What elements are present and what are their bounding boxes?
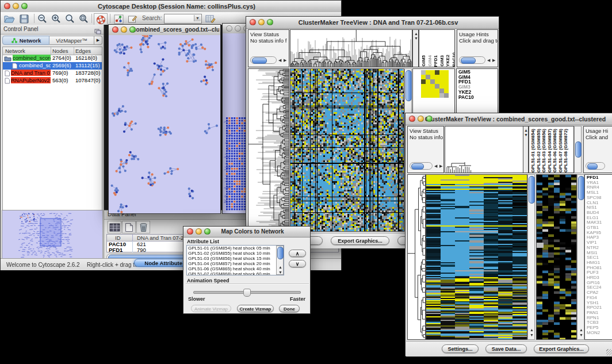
minimize-button[interactable] xyxy=(196,228,202,235)
network-row-rnapuber[interactable]: RNAPuberNov2+ 563(0) 107847(0) xyxy=(3,77,102,85)
scroll-thumb[interactable] xyxy=(575,141,582,158)
attribute-item[interactable]: GPL51-06 (GSM865) heat shock 40 min xyxy=(188,266,284,271)
zoom-matrix-cell[interactable] xyxy=(435,93,439,98)
column-label[interactable]: GPL51-03 (GSM856) xyxy=(541,129,547,173)
col-header-nodes[interactable]: Nodes xyxy=(52,48,68,54)
zoom-matrix-cell[interactable] xyxy=(421,75,426,79)
scroll-right-arrow[interactable]: ▶ xyxy=(284,58,286,62)
scroll-left-arrow[interactable]: ◀ xyxy=(278,58,281,62)
column-dendrogram-panel[interactable] xyxy=(290,29,412,67)
zoom-matrix-cell[interactable] xyxy=(439,79,444,84)
scroll-thumb[interactable] xyxy=(277,247,284,259)
annotation-button[interactable] xyxy=(126,13,139,25)
zoom-matrix-row[interactable] xyxy=(421,79,449,84)
zoom-matrix-cell[interactable] xyxy=(430,84,435,89)
column-label[interactable]: GPL51-01 (GSM854) xyxy=(530,129,536,173)
zoom-matrix-cell[interactable] xyxy=(421,70,426,75)
scroll-up-arrow[interactable]: ▲ xyxy=(579,328,583,332)
scroll-down-arrow[interactable]: ▼ xyxy=(530,333,534,337)
scroll-left-arrow[interactable]: ◀ xyxy=(434,164,437,168)
cytoscape-titlebar[interactable]: Cytoscape Desktop (Session Name: collins… xyxy=(1,1,341,13)
minimize-button[interactable] xyxy=(235,25,241,32)
list-vscrollbar[interactable]: ▲ ▼ xyxy=(276,246,284,275)
zoom-heatmap-panel[interactable] xyxy=(536,174,577,340)
zoom-fit-button[interactable] xyxy=(64,13,76,25)
zoom-matrix-cell[interactable] xyxy=(421,89,426,93)
zoom-matrix-row[interactable] xyxy=(421,70,449,75)
column-labels-panel[interactable]: GIM5GIM4PFD1GIM3YKE2PAC10 xyxy=(419,29,455,67)
zoom-matrix-cell[interactable] xyxy=(444,93,449,98)
column-dendrog​ram-canvas[interactable] xyxy=(445,127,523,173)
zoom-matrix-cell[interactable] xyxy=(421,79,426,84)
usage-hints-hscrollbar[interactable] xyxy=(586,162,605,170)
delete-attr-button[interactable] xyxy=(136,221,150,233)
attr-col-id[interactable]: ID xyxy=(115,235,121,241)
close-button[interactable] xyxy=(409,116,415,122)
column-scroll-strip[interactable]: ▲ ▼ xyxy=(523,126,529,173)
vizmapper-button[interactable] xyxy=(112,13,125,25)
scroll-up-arrow[interactable]: ▲ xyxy=(278,265,282,269)
scroll-right-arrow[interactable]: ▶ xyxy=(492,58,495,62)
col-header-network[interactable]: Network xyxy=(5,48,25,54)
zoom-matrix-cell[interactable] xyxy=(435,89,439,93)
minimize-button[interactable] xyxy=(121,26,127,33)
column-scroll-strip[interactable]: ▲ ▼ xyxy=(412,29,419,67)
scroll-up-arrow[interactable]: ▲ xyxy=(530,328,534,332)
search-dropdown-arrow[interactable]: ▼ xyxy=(194,15,201,21)
zoom-selected-button[interactable] xyxy=(78,13,90,25)
zoom-matrix-cell[interactable] xyxy=(435,75,439,79)
heatmap-panel[interactable] xyxy=(426,174,527,340)
speed-slider-track[interactable] xyxy=(193,291,301,294)
view-status-hscrollbar[interactable] xyxy=(410,162,433,170)
scroll-thumb[interactable] xyxy=(578,176,584,200)
attribute-item[interactable]: GPL51-04 (GSM857) heat shock 20 min xyxy=(188,261,284,266)
tab-network[interactable]: Network xyxy=(2,36,49,45)
create-vizmap-button[interactable]: Create Vizmap xyxy=(237,305,274,312)
heatmap-canvas[interactable] xyxy=(290,69,404,231)
column-label[interactable]: YKE2 xyxy=(445,55,451,67)
column-labels-vscrollbar[interactable] xyxy=(574,126,582,173)
attribute-listbox[interactable]: GPL51-01 (GSM854) heat shock 05 minGPL51… xyxy=(186,245,284,275)
treeview-dna-titlebar[interactable]: ClusterMaker TreeView : DNA and Tran 07-… xyxy=(246,17,499,29)
attribute-item[interactable]: GPL51-03 (GSM856) heat shock 15 min xyxy=(188,256,284,261)
zoom-in-button[interactable] xyxy=(50,13,63,25)
attribute-item[interactable]: GPL51-02 (GSM855) heat shock 10 min xyxy=(188,251,284,256)
column-label[interactable]: GIM3 xyxy=(439,55,445,67)
network-row-combined-scores[interactable]: combined_scores 2764(0) 16218(0) xyxy=(3,55,102,62)
zoom-matrix-cell[interactable] xyxy=(426,75,430,79)
birds-eye-canvas[interactable] xyxy=(2,210,102,260)
move-down-button[interactable]: ∨ xyxy=(289,260,306,267)
column-label[interactable]: GIM5 xyxy=(421,55,427,67)
minimize-button[interactable] xyxy=(258,19,265,25)
animate-vizmap-button[interactable]: Animate Vizmap xyxy=(191,305,231,312)
save-data-button[interactable]: Save Data... xyxy=(485,344,527,353)
scroll-down-arrow[interactable]: ▼ xyxy=(524,133,528,137)
scroll-thumb[interactable] xyxy=(411,163,424,170)
scroll-up-arrow[interactable]: ▲ xyxy=(414,32,418,36)
zoom-matrix-cell[interactable] xyxy=(430,70,435,75)
column-dendrogram-panel[interactable] xyxy=(445,126,524,173)
row-dendrogram-canvas[interactable] xyxy=(408,175,425,339)
col-header-edges[interactable]: Edges xyxy=(75,48,91,54)
scroll-thumb[interactable] xyxy=(529,176,535,204)
column-label[interactable]: GPL51-04 (GSM857) xyxy=(547,129,553,173)
row-dendrogram-panel[interactable] xyxy=(407,174,426,340)
zoom-matrix-cell[interactable] xyxy=(430,79,435,84)
zoom-vscrollbar[interactable]: ▲ ▼ xyxy=(577,174,584,340)
zoom-matrix-cell[interactable] xyxy=(421,93,426,98)
network-window-titlebar[interactable]: combined_scores_good.txt--cluste... xyxy=(109,25,220,36)
zoom-matrix-row[interactable] xyxy=(421,75,449,79)
zoom-matrix-cell[interactable] xyxy=(435,70,439,75)
save-session-button[interactable] xyxy=(18,13,30,25)
row-dendrogram-panel[interactable] xyxy=(248,68,289,232)
column-dendrogram-canvas[interactable] xyxy=(290,30,412,67)
zoom-matrix-cell[interactable] xyxy=(430,93,435,98)
tab-overflow-button[interactable]: ▶ xyxy=(94,36,102,45)
network-row-combined-sco-selected[interactable]: combined_sco 2569(6) 13112(15) xyxy=(3,62,102,70)
gene-label[interactable]: PAC10 xyxy=(458,95,498,100)
scroll-up-arrow[interactable]: ▲ xyxy=(524,128,528,132)
zoom-button[interactable] xyxy=(204,228,211,235)
zoom-matrix-row[interactable] xyxy=(421,89,449,93)
move-up-button[interactable]: ∧ xyxy=(289,250,306,257)
attribute-item[interactable]: GPL51-07 (GSM868) heat shock 60 min xyxy=(188,271,284,275)
